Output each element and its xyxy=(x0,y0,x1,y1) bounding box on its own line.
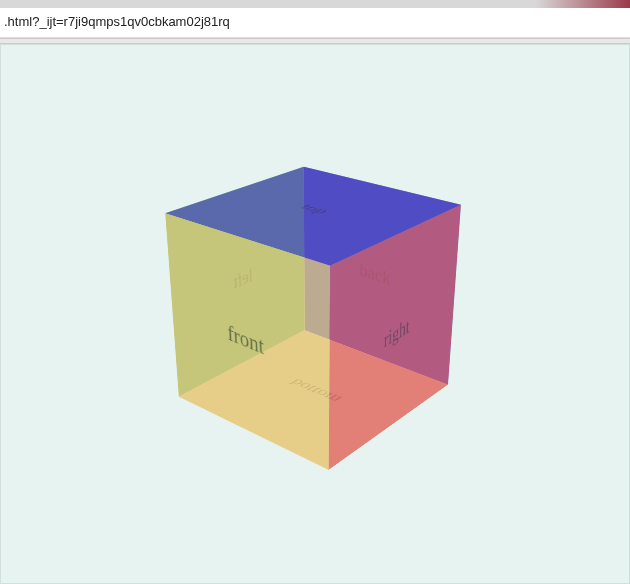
css-3d-cube: front back right left top bottom xyxy=(240,188,402,424)
page-content: front back right left top bottom xyxy=(0,44,630,584)
cube-scene: front back right left top bottom xyxy=(215,204,415,404)
cube-face-right-label: right xyxy=(383,313,410,353)
cube-face-front-label: front xyxy=(227,319,264,360)
browser-urlbar-area: .html?_ijt=r7ji9qmps1qv0cbkam02j81rq xyxy=(0,8,630,38)
cube-face-top-label: top xyxy=(295,203,335,216)
window-titlebar xyxy=(0,0,630,8)
browser-url[interactable]: .html?_ijt=r7ji9qmps1qv0cbkam02j81rq xyxy=(0,12,630,31)
